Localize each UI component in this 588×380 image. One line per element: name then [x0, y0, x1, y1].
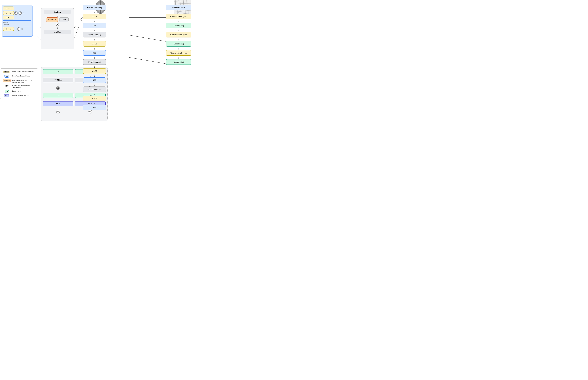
patch-merging2-box: Patch Merging	[83, 59, 106, 65]
conv-layers2-box: Convolution Layers	[166, 32, 191, 38]
stb-arrow-1-2: ↓	[58, 83, 59, 86]
times-op-inference: ⊗	[21, 27, 23, 30]
legend-mscb-label: MSCB	[2, 71, 11, 73]
legend-mscb-desc: Multi-Scale Convolution Block	[12, 71, 34, 73]
legend-hrt: HRT Hybrid Reparameterized Transformer	[2, 85, 36, 88]
upsampling3-box: Upsampling	[166, 59, 191, 65]
arrow-down-1: ↓	[57, 15, 58, 17]
legend-rmssa-desc: Reparameterized Multi-Scale Spatial Atte…	[12, 79, 36, 83]
legend-hrt-desc: Hybrid Reparameterized Transformer	[12, 85, 36, 88]
plus-op: ⊕	[14, 11, 18, 15]
conv-box: Conv	[59, 17, 69, 22]
enc-arrow-11: ↓	[94, 102, 95, 105]
times-op: ⊗	[22, 11, 24, 15]
legend-ln-desc: Layer Norm	[12, 90, 21, 92]
stb1-box: STB	[83, 23, 106, 28]
kernel-box-2: k₂ × k₂	[3, 11, 14, 15]
legend-stb-desc: Swin Transformer Block	[12, 75, 30, 77]
stb-ln1-col1: LN	[43, 69, 73, 74]
mscb3-box: MSCB	[83, 68, 106, 74]
legend-box: MSCB Multi-Scale Convolution Block STB S…	[0, 69, 38, 99]
hrt-block: Seq2Img ↓ R-MSSA Conv ⊕ ↓ Img2Seq	[41, 8, 74, 49]
svg-line-3	[74, 17, 83, 38]
stb-plus1-col1: ⊕	[56, 86, 60, 90]
legend-hrt-label: HRT	[2, 85, 11, 87]
stb-arrow-1-3: ↓	[58, 90, 59, 93]
svg-line-2	[74, 17, 83, 28]
kernel-row-2: k₂ × k₂ ⊕ σ ⊗	[3, 11, 31, 15]
stb-arrow-1-5: ↓	[58, 107, 59, 110]
hrt-plus-row: ⊕	[55, 23, 60, 26]
main-container: M F k₁	[0, 0, 196, 127]
mlp-legend-box: MLP	[4, 94, 9, 97]
legend-ln-label: LN	[2, 90, 11, 93]
dec-arrow-5: ↓	[178, 47, 179, 50]
training-label: Training	[3, 21, 31, 23]
upsampling1-box: Upsampling	[166, 23, 191, 28]
inference-row: k₃ × k₃ → σ ⊗	[3, 27, 31, 31]
stb-col-wmsa: LN ↓ W-MSA ↓ ⊕ ↓ LN ↓ MLP ↓ ⊕	[43, 69, 73, 119]
enc-arrow-1: ↓	[94, 11, 95, 14]
legend-stb: STB Swin Transformer Block	[2, 75, 36, 77]
dec-arrow-1: ↓	[178, 11, 179, 14]
legend-rmssa-label: R-MSSA	[2, 79, 11, 82]
kernel-box-1: k₁ × k₁	[3, 6, 14, 10]
kernel-box-3: k₃ × k₃	[3, 16, 14, 19]
kernel-row-3: k₃ × k₃	[3, 16, 31, 19]
legend-ln: LN Layer Norm	[2, 90, 36, 93]
mscb-legend-box: MSCB	[3, 71, 10, 73]
seq2img-box: Seq2Img	[44, 10, 71, 14]
patch-embedding-box: Patch Embedding	[83, 5, 106, 10]
stb3-box: STB	[83, 77, 106, 83]
enc-arrow-4: ↓	[94, 38, 95, 41]
enc-arrow-2: ↓	[94, 20, 95, 23]
sigma-op-inference: σ	[17, 27, 20, 31]
kernel-row-1: k₁ × k₁	[3, 6, 31, 10]
svg-line-0	[33, 21, 41, 28]
inference-label: Inference	[3, 23, 31, 25]
arrow-down-2: ↓	[57, 27, 58, 29]
stb-arrow-1-1: ↓	[58, 75, 59, 77]
legend-mlp-desc: Multi-Layer Perceptron	[12, 94, 29, 96]
mscb1-box: MSCB	[83, 14, 106, 19]
wmsa-box: W-MSA	[43, 77, 73, 82]
enc-arrow-7: ↓	[94, 66, 95, 68]
conv-layers3-box: Convolution Layers	[166, 50, 191, 56]
mscb4-box: MSCB	[83, 95, 106, 101]
kernel-block: k₁ × k₁ k₂ × k₂ ⊕ σ ⊗ k₃ × k₃ Training I…	[1, 5, 33, 37]
patch-merging3-box: Patch Merging	[83, 87, 106, 92]
hrt-legend-box: HRT	[4, 85, 9, 87]
patch-merging1-box: Patch Merging	[83, 32, 106, 38]
hrt-main-row: R-MSSA Conv	[46, 17, 69, 22]
enc-arrow-5: ↓	[94, 47, 95, 50]
enc-arrow-8: ↓	[94, 75, 95, 77]
hrt-plus-op: ⊕	[56, 23, 59, 26]
img2seq-box: Img2Seq	[44, 30, 71, 34]
enc-arrow-10: ↓	[94, 93, 95, 95]
legend-mlp-label: MLP	[2, 94, 11, 97]
decoder-column: Prediction Head ↓ Convolution Layers ↓ U…	[166, 5, 191, 65]
arrow-right: →	[14, 28, 16, 30]
svg-line-1	[33, 32, 41, 40]
stb-ln2-col1: LN	[43, 93, 73, 98]
sigma-op: σ	[19, 11, 22, 15]
legend-mscb: MSCB Multi-Scale Convolution Block	[2, 71, 36, 73]
svg-line-8	[129, 35, 166, 41]
stb-arrow-1-4: ↓	[58, 98, 59, 101]
encoder-column: Patch Embedding ↓ MSCB ↓ STB ↓ Patch Mer…	[83, 5, 106, 111]
enc-arrow-3: ↓	[94, 29, 95, 32]
stb-mlp-col1: MLP	[43, 101, 73, 106]
legend-rmssa: R-MSSA Reparameterized Multi-Scale Spati…	[2, 79, 36, 83]
legend-mlp: MLP Multi-Layer Perceptron	[2, 94, 36, 97]
stb-legend-box: STB	[4, 75, 9, 77]
prediction-head-box: Prediction Head	[166, 5, 191, 10]
upsampling2-box: Upsampling	[166, 41, 191, 47]
kernel-box-inference: k₃ × k₃	[3, 27, 14, 31]
dec-arrow-4: ↓	[178, 38, 179, 41]
rmssa-legend-box: R-MSSA	[3, 79, 11, 82]
divider-inference	[3, 26, 31, 26]
enc-arrow-6: ↓	[94, 57, 95, 59]
mscb2-box: MSCB	[83, 41, 106, 47]
dec-arrow-2: ↓	[178, 20, 179, 23]
enc-arrow-9: ↓	[94, 84, 95, 86]
